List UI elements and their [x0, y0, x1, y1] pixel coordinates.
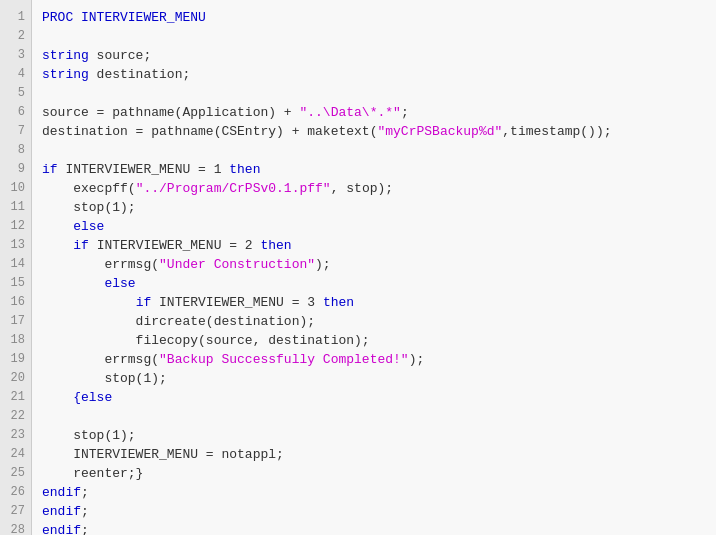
line-number: 5: [0, 84, 31, 103]
code-line: destination = pathname(CSEntry) + makete…: [32, 122, 716, 141]
plain-token: dircreate(destination);: [42, 314, 315, 329]
code-line: filecopy(source, destination);: [32, 331, 716, 350]
plain-token: INTERVIEWER_MENU = 1: [58, 162, 230, 177]
kw-token: string: [42, 67, 89, 82]
proc-name-token: INTERVIEWER_MENU: [81, 10, 206, 25]
line-number: 14: [0, 255, 31, 274]
line-number: 10: [0, 179, 31, 198]
code-line: reenter;}: [32, 464, 716, 483]
plain-token: , stop);: [331, 181, 393, 196]
kw-token: else: [104, 276, 135, 291]
line-number: 25: [0, 464, 31, 483]
line-number: 6: [0, 103, 31, 122]
str-token: "..\Data\*.*": [299, 105, 400, 120]
code-line: else: [32, 274, 716, 293]
line-number: 17: [0, 312, 31, 331]
code-line: string destination;: [32, 65, 716, 84]
line-number: 27: [0, 502, 31, 521]
code-line: {else: [32, 388, 716, 407]
plain-token: execpff(: [42, 181, 136, 196]
code-line: [32, 27, 716, 46]
plain-token: errmsg(: [42, 257, 159, 272]
plain-token: source;: [89, 48, 151, 63]
line-number: 21: [0, 388, 31, 407]
kw-token: endif: [42, 523, 81, 535]
line-number: 20: [0, 369, 31, 388]
kw-token: else: [42, 219, 104, 234]
code-line: errmsg("Backup Successfully Completed!")…: [32, 350, 716, 369]
plain-token: reenter;}: [42, 466, 143, 481]
code-editor: 1234567891011121314151617181920212223242…: [0, 0, 716, 535]
str-token: "Backup Successfully Completed!": [159, 352, 409, 367]
kw-token: endif: [42, 485, 81, 500]
plain-token: INTERVIEWER_MENU = 2: [89, 238, 261, 253]
kw-token: then: [323, 295, 354, 310]
kw-token: string: [42, 48, 89, 63]
plain-token: stop(1);: [42, 428, 136, 443]
code-line: INTERVIEWER_MENU = notappl;: [32, 445, 716, 464]
kw-token: PROC: [42, 10, 81, 25]
line-number: 13: [0, 236, 31, 255]
code-line: else: [32, 217, 716, 236]
plain-token: INTERVIEWER_MENU = 3: [151, 295, 323, 310]
code-line: endif;: [32, 521, 716, 535]
line-number: 22: [0, 407, 31, 426]
plain-token: );: [315, 257, 331, 272]
kw-token: if: [42, 162, 58, 177]
code-line: endif;: [32, 502, 716, 521]
kw-token: endif: [42, 504, 81, 519]
code-line: PROC INTERVIEWER_MENU: [32, 8, 716, 27]
line-number: 11: [0, 198, 31, 217]
plain-token: );: [409, 352, 425, 367]
plain-token: ;: [401, 105, 409, 120]
code-line: stop(1);: [32, 369, 716, 388]
code-line: execpff("../Program/CrPSv0.1.pff", stop)…: [32, 179, 716, 198]
code-line: [32, 141, 716, 160]
plain-token: INTERVIEWER_MENU = notappl;: [42, 447, 284, 462]
line-number: 8: [0, 141, 31, 160]
line-number: 16: [0, 293, 31, 312]
code-line: string source;: [32, 46, 716, 65]
code-line: if INTERVIEWER_MENU = 2 then: [32, 236, 716, 255]
plain-token: ;: [81, 504, 89, 519]
line-number: 19: [0, 350, 31, 369]
plain-token: [42, 390, 73, 405]
plain-token: stop(1);: [42, 200, 136, 215]
str-token: "myCrPSBackup%d": [377, 124, 502, 139]
code-content[interactable]: PROC INTERVIEWER_MENU string source;stri…: [32, 0, 716, 535]
code-line: if INTERVIEWER_MENU = 3 then: [32, 293, 716, 312]
line-number: 3: [0, 46, 31, 65]
kw-token: {else: [73, 390, 112, 405]
line-number: 24: [0, 445, 31, 464]
line-number: 4: [0, 65, 31, 84]
plain-token: errmsg(: [42, 352, 159, 367]
kw-token: then: [229, 162, 260, 177]
code-line: source = pathname(Application) + "..\Dat…: [32, 103, 716, 122]
line-numbers: 1234567891011121314151617181920212223242…: [0, 0, 32, 535]
plain-token: [42, 238, 73, 253]
plain-token: destination = pathname(CSEntry) + makete…: [42, 124, 377, 139]
plain-token: stop(1);: [42, 371, 167, 386]
code-line: stop(1);: [32, 426, 716, 445]
line-number: 12: [0, 217, 31, 236]
line-number: 9: [0, 160, 31, 179]
str-token: "Under Construction": [159, 257, 315, 272]
code-line: stop(1);: [32, 198, 716, 217]
code-line: dircreate(destination);: [32, 312, 716, 331]
code-line: [32, 407, 716, 426]
plain-token: ;: [81, 485, 89, 500]
code-line: endif;: [32, 483, 716, 502]
code-line: [32, 84, 716, 103]
line-number: 7: [0, 122, 31, 141]
str-token: "../Program/CrPSv0.1.pff": [136, 181, 331, 196]
plain-token: ,timestamp());: [502, 124, 611, 139]
plain-token: [42, 295, 136, 310]
line-number: 18: [0, 331, 31, 350]
line-number: 23: [0, 426, 31, 445]
plain-token: destination;: [89, 67, 190, 82]
plain-token: source = pathname(Application) +: [42, 105, 299, 120]
plain-token: [42, 276, 104, 291]
kw-token: if: [136, 295, 152, 310]
code-line: if INTERVIEWER_MENU = 1 then: [32, 160, 716, 179]
line-number: 26: [0, 483, 31, 502]
